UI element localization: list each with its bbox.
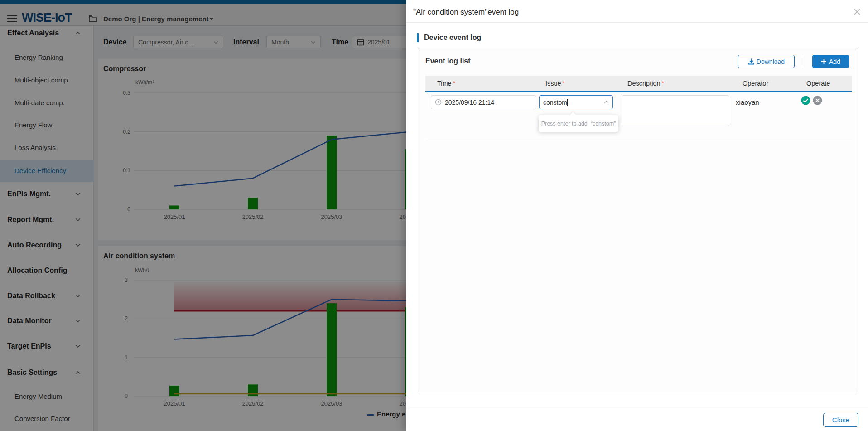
add-button[interactable]: Add: [812, 55, 849, 68]
close-button[interactable]: Close: [823, 413, 858, 427]
drawer-close-icon[interactable]: [852, 6, 863, 17]
tooltip-arrow: [570, 112, 576, 118]
chevron-up-icon: [604, 101, 609, 104]
operator-cell: xiaoyan: [736, 96, 759, 109]
time-input[interactable]: 2025/09/16 21:14: [431, 95, 536, 109]
drawer-footer-divider: [406, 407, 868, 407]
column-header-operate: Operate: [806, 76, 830, 91]
plus-icon: [821, 58, 827, 64]
event-log-panel: Event log list Download Add Time*Issue*D…: [418, 48, 858, 392]
column-header-description: Description*: [627, 76, 664, 91]
column-header-time: Time*: [437, 76, 455, 91]
app-root: WISE-IoT Demo Org | Energy management Ef…: [0, 0, 868, 431]
drawer-header-divider: [406, 22, 868, 23]
column-header-operator: Operator: [743, 76, 768, 91]
add-button-label: Add: [829, 58, 840, 65]
cancel-x-icon[interactable]: [813, 96, 822, 105]
drawer-title: "Air condition system"event log: [413, 8, 519, 17]
description-textarea[interactable]: [622, 95, 729, 126]
table-header-row: Time*Issue*Description*OperatorOperate: [425, 76, 852, 92]
tooltip-text: Press enter to add “constom”: [541, 121, 616, 127]
close-button-label: Close: [832, 416, 849, 424]
section-title: Device event log: [424, 34, 481, 42]
clock-icon: [435, 99, 442, 106]
text-cursor: [567, 99, 568, 106]
panel-title: Event log list: [425, 57, 471, 65]
download-icon: [748, 58, 755, 65]
confirm-check-icon[interactable]: [801, 96, 810, 105]
download-button-label: Download: [757, 58, 785, 65]
event-log-drawer: "Air condition system"event log Device e…: [406, 0, 868, 431]
download-button[interactable]: Download: [738, 55, 795, 68]
section-accent-bar: [417, 33, 419, 42]
time-input-value: 2025/09/16 21:14: [445, 99, 494, 106]
column-header-issue: Issue*: [545, 76, 565, 91]
issue-input[interactable]: constom: [539, 95, 613, 109]
issue-input-value: constom: [543, 99, 567, 106]
button-separator: [803, 57, 803, 67]
issue-suggestion-tooltip: Press enter to add “constom”: [539, 115, 618, 132]
row-divider: [425, 140, 852, 140]
